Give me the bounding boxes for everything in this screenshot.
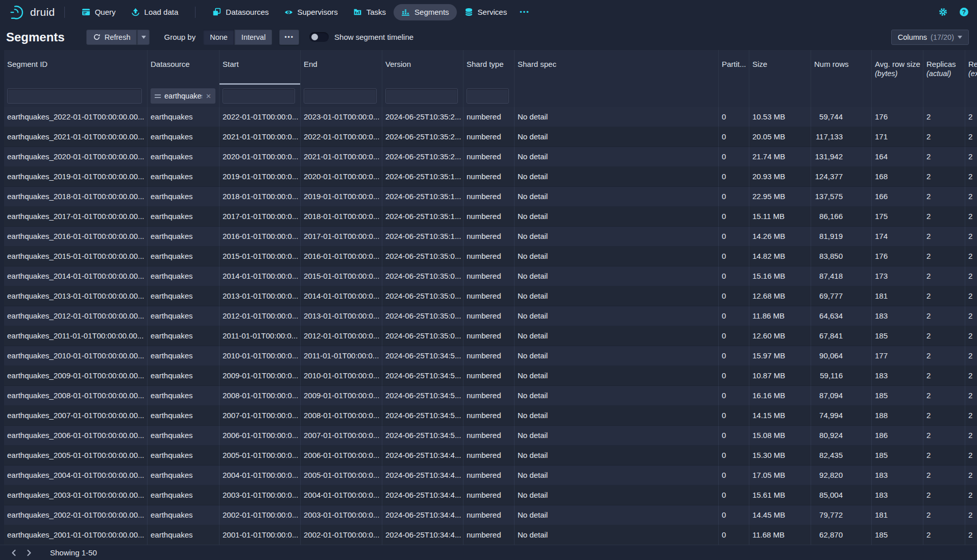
nav-more-icon[interactable]: ••• bbox=[515, 8, 535, 16]
toolbar-more-button[interactable]: ••• bbox=[279, 30, 299, 45]
nav-item-tasks[interactable]: Tasks bbox=[346, 4, 394, 20]
table-row[interactable]: earthquakes_2016-01-01T00:00:00.00...ear… bbox=[4, 227, 977, 247]
cell-partition: 0 bbox=[719, 286, 749, 306]
table-row[interactable]: earthquakes_2004-01-01T00:00:00.00...ear… bbox=[4, 466, 977, 485]
table-row[interactable]: earthquakes_2012-01-01T00:00:00.00...ear… bbox=[4, 306, 977, 326]
refresh-button[interactable]: Refresh bbox=[86, 30, 137, 45]
filter-input-end[interactable] bbox=[304, 88, 377, 104]
nav-item-datasources[interactable]: Datasources bbox=[205, 4, 276, 20]
filter-input-shard_type[interactable] bbox=[467, 88, 509, 104]
cell-datasource: earthquakes bbox=[148, 227, 219, 247]
table-row[interactable]: earthquakes_2017-01-01T00:00:00.00...ear… bbox=[4, 207, 977, 227]
cell-replication_factor: 2 bbox=[965, 207, 977, 227]
cell-end: 2003-01-01T00:00:0... bbox=[301, 505, 382, 525]
nav-item-services[interactable]: Services bbox=[457, 4, 515, 20]
druid-logo[interactable]: druid bbox=[9, 4, 55, 20]
group-by-none-button[interactable]: None bbox=[203, 30, 234, 45]
cell-num_rows: 59,116 bbox=[811, 366, 872, 386]
cell-avg_row_size: 185 bbox=[872, 525, 923, 545]
table-row[interactable]: earthquakes_2021-01-01T00:00:00.00...ear… bbox=[4, 127, 977, 147]
table-row[interactable]: earthquakes_2010-01-01T00:00:00.00...ear… bbox=[4, 346, 977, 366]
table-row[interactable]: earthquakes_2020-01-01T00:00:00.00...ear… bbox=[4, 147, 977, 167]
cell-shard_type: numbered bbox=[463, 286, 515, 306]
settings-button[interactable] bbox=[937, 6, 949, 18]
nav-item-segments[interactable]: Segments bbox=[394, 4, 457, 20]
cell-shard_type: numbered bbox=[463, 505, 515, 525]
column-header-label: Version bbox=[385, 60, 460, 68]
previous-page-button[interactable] bbox=[6, 546, 21, 559]
nav-item-query[interactable]: Query bbox=[74, 4, 124, 20]
cell-replicas: 2 bbox=[923, 346, 965, 366]
cell-datasource: earthquakes bbox=[148, 446, 219, 466]
supervisors-icon bbox=[284, 8, 293, 16]
table-row[interactable]: earthquakes_2011-01-01T00:00:00.00...ear… bbox=[4, 326, 977, 346]
column-header-start[interactable]: Start bbox=[219, 50, 301, 85]
table-row[interactable]: earthquakes_2013-01-01T00:00:00.00...ear… bbox=[4, 286, 977, 306]
next-page-button[interactable] bbox=[21, 546, 37, 559]
toggle-knob bbox=[311, 34, 318, 40]
cell-version: 2024-06-25T10:34:4... bbox=[382, 485, 463, 505]
chevron-left-icon bbox=[11, 549, 17, 556]
filter-input-start[interactable] bbox=[223, 88, 295, 104]
cell-datasource: earthquakes bbox=[148, 247, 219, 266]
cell-shard_spec: No detail bbox=[515, 446, 719, 466]
cell-id: earthquakes_2014-01-01T00:00:00.00... bbox=[4, 266, 148, 286]
cell-avg_row_size: 176 bbox=[872, 107, 923, 127]
column-header-end[interactable]: End bbox=[301, 50, 382, 85]
column-header-label: Shard spec bbox=[518, 60, 715, 68]
filter-input-id[interactable] bbox=[7, 88, 142, 104]
column-header-id[interactable]: Segment ID bbox=[4, 50, 148, 85]
nav-item-supervisors[interactable]: Supervisors bbox=[277, 4, 346, 20]
cell-id: earthquakes_2012-01-01T00:00:00.00... bbox=[4, 306, 148, 326]
cell-replication_factor: 2 bbox=[965, 266, 977, 286]
column-header-partition[interactable]: Partit... bbox=[719, 50, 749, 85]
table-header-row: Segment IDDatasourceStartEndVersionShard… bbox=[4, 50, 977, 85]
cell-replicas: 2 bbox=[923, 286, 965, 306]
cell-replication_factor: 2 bbox=[965, 227, 977, 247]
cell-id: earthquakes_2004-01-01T00:00:00.00... bbox=[4, 466, 148, 485]
table-row[interactable]: earthquakes_2007-01-01T00:00:00.00...ear… bbox=[4, 406, 977, 426]
cell-num_rows: 67,841 bbox=[811, 326, 872, 346]
segment-timeline-toggle[interactable] bbox=[309, 32, 329, 42]
column-header-avg_row_size[interactable]: Avg. row size(bytes) bbox=[872, 50, 923, 85]
table-row[interactable]: earthquakes_2014-01-01T00:00:00.00...ear… bbox=[4, 266, 977, 286]
table-row[interactable]: earthquakes_2006-01-01T00:00:00.00...ear… bbox=[4, 426, 977, 446]
column-header-replicas[interactable]: Replicas(actual) bbox=[923, 50, 965, 85]
cell-id: earthquakes_2011-01-01T00:00:00.00... bbox=[4, 326, 148, 346]
refresh-dropdown-button[interactable] bbox=[137, 30, 150, 45]
cell-partition: 0 bbox=[719, 446, 749, 466]
cell-size: 10.87 MB bbox=[749, 366, 811, 386]
cell-version: 2024-06-25T10:35:0... bbox=[382, 306, 463, 326]
column-header-label: Datasource bbox=[151, 60, 216, 68]
column-header-version[interactable]: Version bbox=[382, 50, 463, 85]
table-row[interactable]: earthquakes_2022-01-01T00:00:00.00...ear… bbox=[4, 107, 977, 127]
column-header-num_rows[interactable]: Num rows bbox=[811, 50, 872, 85]
group-by-interval-button[interactable]: Interval bbox=[234, 30, 273, 45]
table-row[interactable]: earthquakes_2001-01-01T00:00:00.00...ear… bbox=[4, 525, 977, 545]
cell-replicas: 2 bbox=[923, 326, 965, 346]
filter-input-version[interactable] bbox=[385, 88, 458, 104]
column-header-datasource[interactable]: Datasource bbox=[148, 50, 219, 85]
remove-filter-icon[interactable]: ✕ bbox=[206, 92, 211, 100]
table-row[interactable]: earthquakes_2005-01-01T00:00:00.00...ear… bbox=[4, 446, 977, 466]
cell-shard_spec: No detail bbox=[515, 485, 719, 505]
table-row[interactable]: earthquakes_2018-01-01T00:00:00.00...ear… bbox=[4, 187, 977, 207]
nav-item-load-data[interactable]: Load data bbox=[124, 4, 186, 20]
table-row[interactable]: earthquakes_2002-01-01T00:00:00.00...ear… bbox=[4, 505, 977, 525]
column-header-shard_type[interactable]: Shard type bbox=[463, 50, 515, 85]
column-header-size[interactable]: Size bbox=[749, 50, 811, 85]
column-header-replication_factor[interactable]: Replication factor(expected) bbox=[965, 50, 977, 85]
column-header-label: Avg. row size bbox=[875, 60, 920, 68]
table-row[interactable]: earthquakes_2008-01-01T00:00:00.00...ear… bbox=[4, 386, 977, 406]
columns-button[interactable]: Columns (17/20) bbox=[891, 30, 969, 45]
table-row[interactable]: earthquakes_2009-01-01T00:00:00.00...ear… bbox=[4, 366, 977, 386]
cell-version: 2024-06-25T10:35:2... bbox=[382, 107, 463, 127]
column-header-sublabel: (actual) bbox=[926, 69, 962, 78]
datasource-filter-tag[interactable]: earthquakes✕ bbox=[151, 88, 215, 104]
table-row[interactable]: earthquakes_2015-01-01T00:00:00.00...ear… bbox=[4, 247, 977, 266]
table-row[interactable]: earthquakes_2003-01-01T00:00:00.00...ear… bbox=[4, 485, 977, 505]
help-button[interactable]: ? bbox=[958, 6, 970, 18]
cell-avg_row_size: 173 bbox=[872, 266, 923, 286]
column-header-shard_spec[interactable]: Shard spec bbox=[515, 50, 719, 85]
table-row[interactable]: earthquakes_2019-01-01T00:00:00.00...ear… bbox=[4, 167, 977, 187]
